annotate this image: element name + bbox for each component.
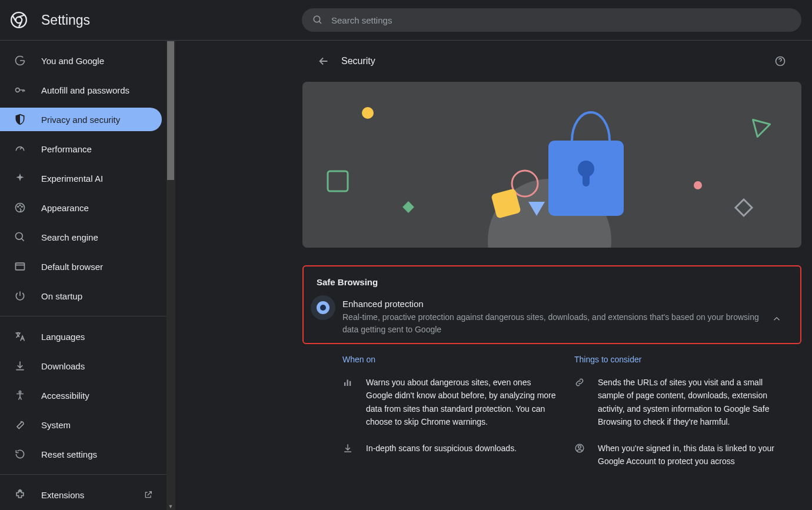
shield-icon	[14, 114, 26, 125]
translate-icon	[14, 331, 26, 342]
scroll-down-arrow[interactable]: ▼	[168, 504, 174, 509]
search-icon	[14, 231, 26, 243]
palette-icon	[14, 202, 26, 214]
wrench-icon	[14, 419, 26, 431]
svg-rect-30	[350, 381, 351, 386]
nav-section-secondary: Languages Downloads Accessibility System…	[0, 316, 167, 475]
svg-point-13	[19, 391, 21, 393]
consider-column: Things to consider Sends the URLs of sit…	[574, 355, 788, 481]
browser-icon	[14, 261, 26, 272]
detail-text: When you're signed in, this data is link…	[598, 442, 788, 468]
google-g-icon	[14, 55, 26, 66]
svg-point-32	[578, 445, 581, 448]
svg-rect-29	[347, 380, 348, 386]
sidebar-item-label: Performance	[41, 144, 92, 154]
search-box[interactable]	[302, 8, 801, 32]
bar-chart-icon	[342, 377, 354, 389]
scrollbar-thumb[interactable]	[167, 41, 174, 180]
link-icon	[574, 377, 586, 389]
safe-browsing-section: Safe Browsing Enhanced protection Real-t…	[302, 265, 801, 344]
help-icon	[774, 55, 786, 67]
sidebar-item-label: Reset settings	[41, 449, 97, 459]
enhanced-protection-option[interactable]: Enhanced protection Real-time, proactive…	[304, 299, 800, 336]
extension-icon	[14, 489, 26, 501]
when-on-column: When on Warns you about dangerous sites,…	[342, 355, 557, 481]
sidebar-item-system[interactable]: System	[0, 413, 167, 436]
sidebar-scrollbar[interactable]: ▲ ▼	[167, 41, 175, 510]
download-icon	[14, 360, 26, 372]
sidebar-item-label: Privacy and security	[41, 115, 120, 125]
sidebar-item-label: Autofill and passwords	[41, 85, 129, 95]
account-icon	[574, 443, 586, 455]
search-icon	[312, 15, 323, 25]
sidebar-wrap: You and Google Autofill and passwords Pr…	[0, 41, 175, 510]
safe-browsing-title: Safe Browsing	[317, 277, 800, 287]
sidebar-item-performance[interactable]: Performance	[0, 137, 167, 161]
svg-rect-18	[328, 171, 348, 191]
sidebar-item-label: Downloads	[41, 361, 85, 371]
back-button[interactable]	[313, 51, 334, 72]
sidebar-item-autofill[interactable]: Autofill and passwords	[0, 78, 167, 102]
accessibility-icon	[14, 389, 26, 401]
page-header: Security	[302, 41, 801, 82]
sidebar-item-reset[interactable]: Reset settings	[0, 442, 167, 466]
sidebar-item-experimental-ai[interactable]: Experimental AI	[0, 166, 167, 190]
header: Settings	[0, 0, 812, 41]
sidebar-item-label: Experimental AI	[41, 174, 103, 184]
search-input[interactable]	[331, 15, 791, 25]
option-title: Enhanced protection	[342, 299, 761, 309]
sidebar-item-downloads[interactable]: Downloads	[0, 354, 167, 378]
detail-text: In-depth scans for suspicious downloads.	[366, 442, 517, 455]
svg-point-8	[22, 206, 23, 208]
svg-rect-28	[344, 382, 345, 386]
svg-point-9	[16, 233, 23, 240]
when-on-heading: When on	[342, 355, 557, 364]
sidebar-item-on-startup[interactable]: On startup	[0, 284, 167, 308]
sidebar-item-extensions[interactable]: Extensions	[0, 483, 167, 506]
detail-text: Sends the URLs of sites you visit and a …	[598, 376, 788, 429]
header-logo-area: Settings	[11, 12, 302, 28]
svg-point-2	[314, 16, 320, 22]
help-button[interactable]	[770, 51, 791, 72]
svg-rect-11	[16, 263, 25, 270]
sidebar-item-you-and-google[interactable]: You and Google	[0, 49, 167, 72]
key-icon	[14, 84, 26, 96]
nav-section-extensions: Extensions	[0, 475, 167, 510]
sidebar-item-privacy[interactable]: Privacy and security	[0, 108, 162, 131]
page-title: Security	[341, 56, 375, 66]
collapse-button[interactable]	[766, 308, 787, 329]
svg-point-6	[18, 206, 19, 208]
speedometer-icon	[14, 143, 26, 155]
sidebar-item-accessibility[interactable]: Accessibility	[0, 384, 167, 407]
sidebar-item-label: Extensions	[41, 490, 84, 500]
sidebar-item-label: Appearance	[41, 203, 89, 213]
power-icon	[14, 290, 26, 302]
svg-point-19	[694, 181, 702, 189]
sidebar: You and Google Autofill and passwords Pr…	[0, 41, 167, 510]
sidebar-item-label: You and Google	[41, 56, 104, 66]
svg-point-4	[16, 88, 20, 92]
details-columns: When on Warns you about dangerous sites,…	[302, 344, 801, 481]
svg-line-10	[22, 239, 24, 241]
consider-heading: Things to consider	[574, 355, 788, 364]
detail-item: Warns you about dangerous sites, even on…	[342, 376, 557, 429]
external-link-icon	[144, 490, 153, 499]
sidebar-item-search-engine[interactable]: Search engine	[0, 225, 167, 249]
radio-button-selected[interactable]	[317, 301, 330, 314]
detail-item: In-depth scans for suspicious downloads.	[342, 442, 557, 455]
sidebar-item-label: Search engine	[41, 232, 98, 242]
sidebar-item-languages[interactable]: Languages	[0, 325, 167, 348]
svg-marker-20	[736, 199, 752, 216]
option-text: Enhanced protection Real-time, proactive…	[342, 299, 761, 336]
sidebar-item-default-browser[interactable]: Default browser	[0, 255, 167, 278]
search-container	[302, 8, 801, 32]
arrow-left-icon	[317, 55, 330, 68]
sidebar-item-label: Languages	[41, 332, 85, 342]
option-description: Real-time, proactive protection against …	[342, 311, 761, 336]
reset-icon	[14, 448, 26, 460]
settings-title: Settings	[41, 12, 90, 28]
svg-rect-27	[583, 170, 590, 186]
sidebar-item-appearance[interactable]: Appearance	[0, 196, 167, 219]
chevron-up-icon	[771, 314, 782, 324]
detail-item: Sends the URLs of sites you visit and a …	[574, 376, 788, 429]
